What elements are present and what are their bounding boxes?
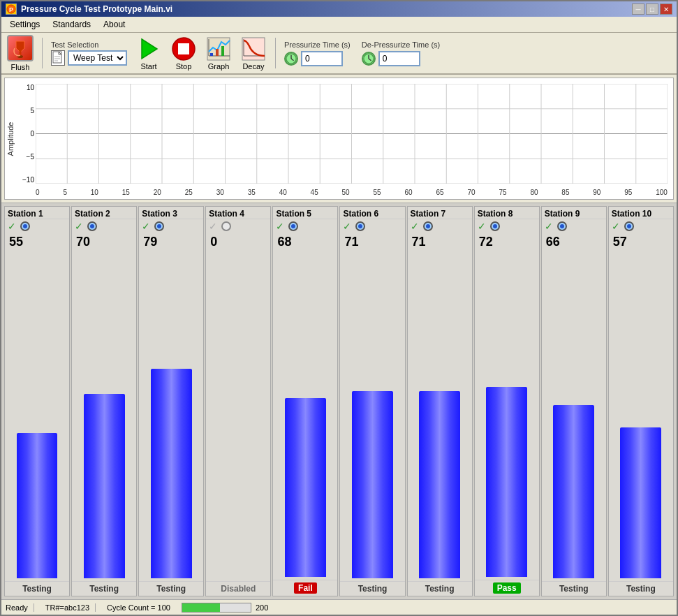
graph-button[interactable]: Graph	[205, 36, 232, 71]
decay-label: Decay	[242, 62, 264, 71]
station-controls: ✓	[206, 219, 270, 233]
station-bar	[486, 387, 527, 577]
svg-marker-7	[142, 39, 157, 59]
start-icon	[135, 36, 162, 62]
title-controls: ─ □ ✕	[632, 3, 672, 15]
station-4: Station 4 ✓ 0 Disabled	[205, 206, 271, 596]
station-bar	[419, 391, 460, 578]
station-radio-on[interactable]	[423, 221, 433, 231]
bar-area	[408, 251, 472, 581]
start-button[interactable]: Start	[135, 36, 162, 71]
station-9: Station 9 ✓ 66 Testing	[541, 206, 607, 596]
station-controls: ✓	[542, 219, 606, 233]
station-8: Station 8 ✓ 72 Pass	[474, 206, 540, 596]
menu-standards[interactable]: Standards	[47, 18, 96, 31]
divider-1	[42, 38, 43, 68]
station-radio-on[interactable]	[490, 221, 500, 231]
menu-about[interactable]: About	[98, 18, 131, 31]
station-radio-on[interactable]	[288, 221, 298, 231]
flush-icon	[7, 35, 34, 61]
bar-area	[475, 251, 539, 580]
start-label: Start	[140, 62, 156, 71]
pressurize-row	[284, 51, 351, 66]
y-tick-neg5: −5	[19, 153, 34, 161]
station-check: ✓	[343, 221, 351, 232]
test-selection-label: Test Selection	[51, 41, 127, 49]
minimize-button[interactable]: ─	[632, 3, 644, 15]
close-button[interactable]: ✕	[660, 3, 672, 15]
y-tick-10: 10	[19, 84, 34, 91]
station-controls: ✓	[340, 219, 404, 233]
main-window: P Pressure Cycle Test Prototype Main.vi …	[0, 0, 678, 616]
bar-area	[609, 251, 673, 581]
status-ready: Ready	[6, 603, 34, 612]
bar-area	[206, 251, 270, 581]
station-bar	[285, 398, 326, 577]
flush-label: Flush	[11, 63, 30, 71]
station-controls: ✓	[408, 219, 472, 233]
depressurize-label: De-Pressurize Time (s)	[362, 41, 440, 49]
station-header: Station 9	[542, 207, 606, 219]
pressurize-input[interactable]	[301, 51, 343, 66]
stop-button[interactable]: Stop	[170, 36, 197, 71]
y-axis-ticks: 10 5 0 −5 −10	[19, 84, 34, 184]
bar-area	[5, 251, 69, 581]
station-check-disabled: ✓	[209, 221, 217, 232]
station-status: Testing	[542, 581, 606, 596]
decay-button[interactable]: Decay	[240, 36, 267, 71]
station-check: ✓	[612, 221, 620, 232]
title-bar: P Pressure Cycle Test Prototype Main.vi …	[1, 1, 677, 17]
title-text: Pressure Cycle Test Prototype Main.vi	[21, 4, 628, 14]
menu-settings[interactable]: Settings	[4, 18, 45, 31]
station-status: Testing	[139, 581, 203, 596]
station-6: Station 6 ✓ 71 Testing	[339, 206, 405, 596]
svg-rect-15	[221, 46, 224, 56]
station-value: 57	[609, 233, 673, 251]
stop-icon	[170, 36, 197, 62]
main-content: Amplitude 10 5 0 −5 −10	[1, 75, 677, 599]
station-radio-on[interactable]	[87, 221, 97, 231]
status-cycle-label: Cycle Count = 100	[107, 603, 170, 612]
station-value: 71	[408, 233, 472, 251]
station-status: Testing	[408, 581, 472, 596]
menu-bar: Settings Standards About	[1, 17, 677, 33]
station-value: 0	[206, 233, 270, 251]
station-header: Station 3	[139, 207, 203, 219]
station-header: Station 7	[408, 207, 472, 219]
test-select-dropdown[interactable]: Weep Test	[68, 50, 127, 66]
station-controls: ✓	[273, 219, 337, 233]
station-status: Testing	[340, 581, 404, 596]
station-7: Station 7 ✓ 71 Testing	[407, 206, 473, 596]
stations-area: Station 1 ✓ 55 Testing Station 2 ✓ 70 Te…	[1, 203, 677, 599]
test-selection: Test Selection Weep Test	[51, 41, 127, 66]
station-status: Pass	[475, 580, 539, 596]
graph-svg	[36, 84, 668, 184]
station-value: 55	[5, 233, 69, 251]
station-value: 72	[475, 233, 539, 251]
station-check: ✓	[411, 221, 419, 232]
depressurize-group: De-Pressurize Time (s)	[362, 41, 440, 66]
station-controls: ✓	[609, 219, 673, 233]
decay-icon	[240, 36, 267, 62]
station-radio-on[interactable]	[355, 221, 365, 231]
depressurize-row	[362, 51, 440, 66]
flush-button[interactable]: Flush	[7, 35, 34, 71]
document-icon	[51, 50, 65, 66]
bar-area	[273, 251, 337, 580]
status-tr: TR#=abc123	[45, 603, 96, 612]
station-controls: ✓	[72, 219, 136, 233]
y-tick-0: 0	[19, 130, 34, 138]
station-check: ✓	[276, 221, 284, 232]
bar-area	[139, 251, 203, 581]
station-check: ✓	[545, 221, 553, 232]
station-bar	[84, 394, 125, 578]
station-radio-off[interactable]	[221, 221, 231, 231]
depressurize-input[interactable]	[378, 51, 420, 66]
station-radio-on[interactable]	[557, 221, 567, 231]
station-radio-on[interactable]	[154, 221, 164, 231]
time-inputs: Pressurize Time (s) De-Pressurize Time (…	[284, 41, 440, 66]
station-status: Testing	[609, 581, 673, 596]
maximize-button[interactable]: □	[646, 3, 658, 15]
station-radio-on[interactable]	[624, 221, 634, 231]
station-radio-on[interactable]	[20, 221, 30, 231]
